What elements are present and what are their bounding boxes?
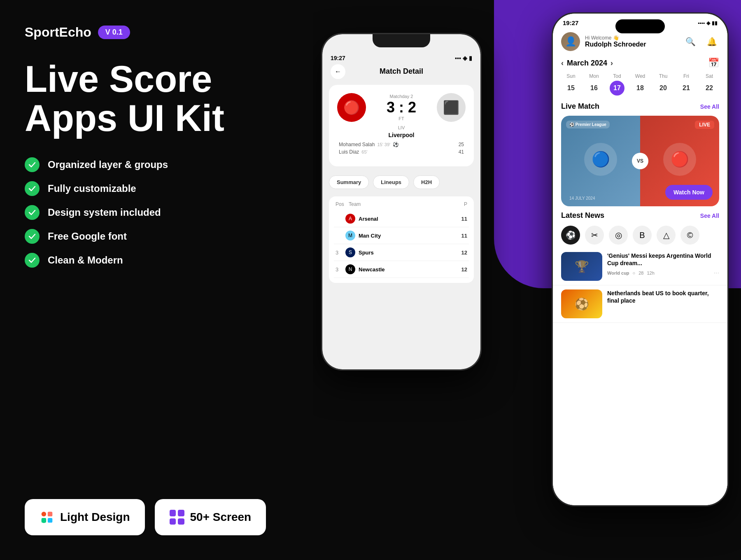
live-match-title: Live Match <box>561 102 599 111</box>
version-badge: V 0.1 <box>98 26 130 39</box>
scorers-list: Mohamed Salah 15' 39' ⚽ 25 Luis Diaz 65' <box>337 142 466 155</box>
screen-count-button[interactable]: 50+ Screen <box>155 499 266 535</box>
tab-h2h[interactable]: H2H <box>413 175 440 189</box>
day-cell-tod: Tod 17 <box>607 73 627 96</box>
team2-logo: ⬛ <box>437 93 466 122</box>
feature-text-3: Design system included <box>48 207 161 218</box>
latest-news-section-header: Latest News See All <box>553 209 727 222</box>
match-title: Match Detail <box>380 67 423 76</box>
cta-row: Light Design 50+ Screen <box>25 499 288 535</box>
day-cell-fri: Fri 21 <box>676 73 696 96</box>
phone-1-status-bar: 19:27 ▪▪▪ ◈ ▮ <box>322 51 480 63</box>
news-likes-1: 28 <box>638 271 643 275</box>
calendar-icon[interactable]: 📅 <box>708 58 719 68</box>
news-options-1[interactable]: ··· <box>714 269 719 277</box>
news-time-1: 12h <box>647 271 654 275</box>
table-header: Pos Team P <box>334 201 469 207</box>
news-logo-premier[interactable]: ⚽ <box>561 226 580 245</box>
standings-table: Pos Team P A Arsenal 11 M <box>329 196 474 283</box>
back-button[interactable]: ← <box>331 64 345 79</box>
mancity-logo: M <box>345 231 355 240</box>
team-arsenal: Arsenal <box>359 216 461 222</box>
news-logo-2[interactable]: ✂ <box>585 226 604 245</box>
match-date: 14 JULY 2024 <box>569 196 595 201</box>
calendar-header: ‹ March 2024 › 📅 <box>561 58 719 68</box>
news-headline-2: Netherlands beat US to book quarter, fin… <box>607 289 719 304</box>
tab-lineups[interactable]: Lineups <box>373 175 409 189</box>
news-content-2: Netherlands beat US to book quarter, fin… <box>607 289 719 318</box>
day-cell-sun: Sun 15 <box>561 73 581 96</box>
feature-text-4: Free Google font <box>48 231 127 242</box>
scorer2-min: 65' <box>361 149 367 154</box>
day-num-fri[interactable]: 21 <box>679 81 694 96</box>
see-all-live[interactable]: See All <box>700 103 719 110</box>
day-num-sun[interactable]: 15 <box>564 81 578 96</box>
phone-2-container: 19:27 ▪▪▪▪ ◈ ▮▮ 👤 Hi Welcome 👋 Ru <box>552 12 729 506</box>
scorer1-name: Mohamed Salah <box>339 142 375 147</box>
news-logo-4[interactable]: B <box>633 226 652 245</box>
check-icon-2 <box>25 181 40 196</box>
col-team: Team <box>349 201 464 207</box>
day-name-wed: Wed <box>635 73 645 79</box>
col-pos: Pos <box>336 201 345 207</box>
user-details: Hi Welcome 👋 Rudolph Schroeder <box>585 35 646 48</box>
scorer-left-2: Luis Diaz 65' <box>339 149 368 155</box>
news-logo-6[interactable]: © <box>680 226 699 245</box>
days-row: Sun 15 Mon 16 Tod 17 <box>561 73 719 96</box>
tab-summary[interactable]: Summary <box>329 175 369 189</box>
app-status-icons: ▪▪▪▪ ◈ ▮▮ <box>698 19 718 26</box>
news-logo-5[interactable]: △ <box>657 226 676 245</box>
phone-1-frame: 19:27 ▪▪▪ ◈ ▮ ← Match Detail <box>321 33 482 371</box>
live-match-card[interactable]: ⚽ Premier League 🔵 LIVE 🔴 Watch Now VS 1… <box>561 116 719 206</box>
user-info: 👤 Hi Welcome 👋 Rudolph Schroeder <box>561 32 646 51</box>
mancity-crest: 🔵 <box>584 143 617 176</box>
pts-newcastle: 12 <box>461 266 467 273</box>
latest-news-title: Latest News <box>561 211 604 220</box>
day-name-sat: Sat <box>706 73 713 79</box>
table-row: M Man City 11 <box>334 227 469 244</box>
next-month-button[interactable]: › <box>611 59 613 68</box>
pts-arsenal: 11 <box>461 216 467 222</box>
month-label: March 2024 <box>567 59 607 68</box>
check-icon-1 <box>25 157 40 172</box>
svg-rect-3 <box>48 518 52 523</box>
netherlands-image: ⚽ <box>561 289 602 318</box>
league-icon: ⚽ <box>569 122 574 127</box>
feature-text-2: Fully customizable <box>48 183 136 194</box>
scorer1-min: 15' 39' <box>377 142 390 147</box>
check-icon-5 <box>25 253 40 268</box>
watch-now-button[interactable]: Watch Now <box>665 185 713 200</box>
feature-item: Design system included <box>25 205 288 220</box>
ball-icon-1: ⚽ <box>393 142 399 147</box>
news-item-1[interactable]: 🏆 'Genius' Messi keeps Argentina World C… <box>553 248 727 285</box>
svg-point-4 <box>42 518 46 523</box>
see-all-news[interactable]: See All <box>700 212 719 219</box>
light-design-button[interactable]: Light Design <box>25 499 145 535</box>
team-spurs: Spurs <box>359 250 461 256</box>
app-time: 19:27 <box>563 19 578 26</box>
prev-month-button[interactable]: ‹ <box>561 59 564 68</box>
table-row: 3 S Spurs 12 <box>334 244 469 261</box>
check-icon-4 <box>25 229 40 244</box>
search-icon[interactable]: 🔍 <box>683 34 698 49</box>
day-num-wed[interactable]: 18 <box>633 81 648 96</box>
day-num-tod[interactable]: 17 <box>610 81 624 96</box>
day-num-mon[interactable]: 16 <box>587 81 601 96</box>
pts-mancity: 11 <box>461 233 467 239</box>
day-name-sun: Sun <box>566 73 575 79</box>
day-name-fri: Fri <box>683 73 689 79</box>
notification-icon[interactable]: 🔔 <box>704 34 719 49</box>
day-num-thu[interactable]: 20 <box>656 81 671 96</box>
team1-logo: 🔴 <box>337 93 366 122</box>
brand-row: SportEcho V 0.1 <box>25 25 288 40</box>
news-thumb-messi: 🏆 <box>561 252 602 281</box>
league-name: Premier League <box>576 122 606 127</box>
news-logo-3[interactable]: ◎ <box>609 226 628 245</box>
news-item-2[interactable]: ⚽ Netherlands beat US to book quarter, f… <box>553 285 727 323</box>
brand-name: SportEcho <box>25 25 91 40</box>
phone-2-screen: 19:27 ▪▪▪▪ ◈ ▮▮ 👤 Hi Welcome 👋 Ru <box>553 14 727 505</box>
day-name-tod: Tod <box>613 73 621 79</box>
day-num-sat[interactable]: 22 <box>702 81 717 96</box>
scorer2-num: 41 <box>459 149 464 155</box>
scorer-left-1: Mohamed Salah 15' 39' ⚽ <box>339 142 399 147</box>
